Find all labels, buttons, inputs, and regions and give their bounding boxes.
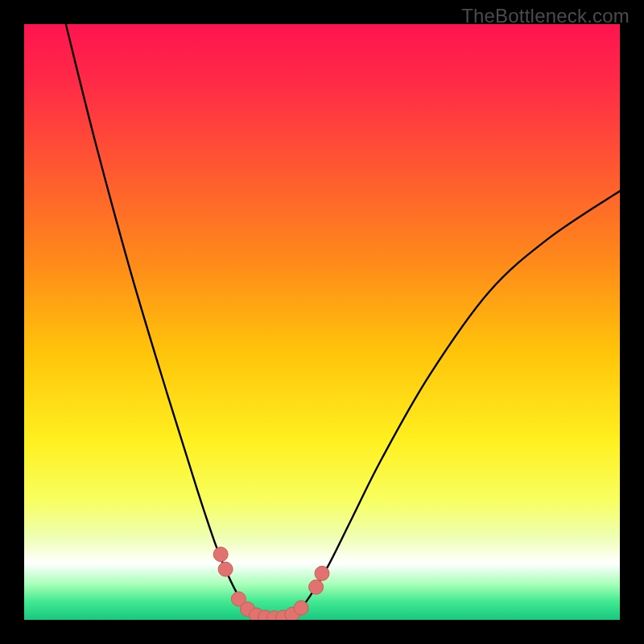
data-marker [315, 566, 329, 580]
chart-frame: TheBottleneck.com [0, 0, 644, 644]
plot-area [24, 24, 620, 620]
data-marker [294, 601, 308, 615]
data-marker [213, 547, 228, 562]
data-marker [309, 580, 324, 594]
bottleneck-curve [66, 24, 620, 618]
chart-curve-layer [24, 24, 620, 620]
watermark-text: TheBottleneck.com [461, 5, 630, 27]
data-marker [218, 562, 233, 576]
